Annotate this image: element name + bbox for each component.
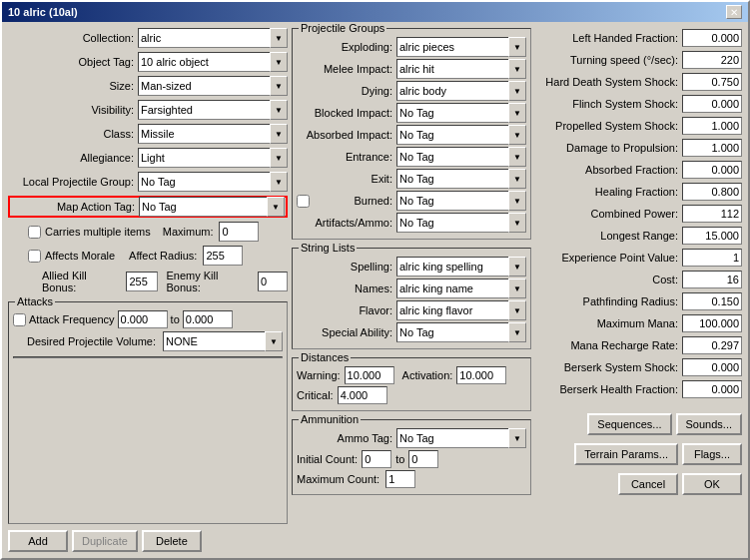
string-rows: Spelling: alric king spelling ▼ Names: bbox=[297, 257, 526, 342]
cancel-button[interactable]: Cancel bbox=[618, 473, 678, 495]
pathfinding-input[interactable] bbox=[682, 292, 742, 310]
delete-button[interactable]: Delete bbox=[142, 530, 202, 552]
healing-input[interactable] bbox=[682, 183, 742, 201]
attack-freq-from[interactable] bbox=[118, 310, 168, 328]
cost-input[interactable] bbox=[682, 271, 742, 288]
hard-death-input[interactable] bbox=[682, 73, 742, 91]
local-proj-select[interactable]: No Tag bbox=[138, 172, 288, 192]
allegiance-select[interactable]: Light bbox=[138, 148, 288, 168]
initial-count-label: Initial Count: bbox=[297, 453, 358, 465]
ok-button[interactable]: OK bbox=[682, 473, 742, 495]
dying-select-wrapper: alric body ▼ bbox=[396, 81, 526, 101]
object-tag-select-wrapper: 10 alric object ▼ bbox=[138, 52, 288, 72]
bottom-buttons: Add Duplicate Delete bbox=[8, 530, 288, 552]
names-select[interactable]: alric king name bbox=[396, 279, 526, 298]
spelling-label: Spelling: bbox=[297, 261, 396, 273]
flags-button[interactable]: Flags... bbox=[682, 443, 742, 465]
exploding-label: Exploding: bbox=[297, 41, 396, 53]
names-row: Names: alric king name ▼ bbox=[297, 279, 526, 298]
activation-input[interactable] bbox=[456, 366, 506, 384]
blocked-row: Blocked Impact: No Tag ▼ bbox=[297, 103, 526, 123]
visibility-row: Visibility: Farsighted ▼ bbox=[8, 100, 288, 120]
absorbed-right-label: Absorbed Fraction: bbox=[585, 164, 682, 176]
hard-death-row: Hard Death System Shock: bbox=[535, 72, 742, 92]
distances-rows: Warning: Activation: Critical: bbox=[297, 366, 526, 404]
collection-select-wrapper: alric ▼ bbox=[138, 28, 288, 48]
size-select-wrapper: Man-sized ▼ bbox=[138, 76, 288, 96]
close-button[interactable]: ✕ bbox=[726, 5, 742, 19]
absorbed-row: Absorbed Impact: No Tag ▼ bbox=[297, 125, 526, 145]
affect-radius-label: Affect Radius: bbox=[129, 250, 197, 262]
sequences-sounds-buttons: Sequences... Sounds... bbox=[535, 413, 742, 435]
desired-proj-select[interactable]: NONE bbox=[163, 331, 283, 351]
exploding-select[interactable]: alric pieces bbox=[396, 37, 526, 57]
left-column: Collection: alric ▼ Object Tag: 10 alric… bbox=[8, 28, 288, 552]
size-select[interactable]: Man-sized bbox=[138, 76, 288, 96]
warning-input[interactable] bbox=[345, 366, 394, 384]
ammo-tag-select[interactable]: No Tag bbox=[396, 428, 526, 448]
carries-checkbox[interactable] bbox=[28, 226, 41, 239]
combined-input[interactable] bbox=[682, 205, 742, 223]
initial-count-from[interactable] bbox=[362, 450, 391, 468]
maximum-input[interactable] bbox=[219, 222, 259, 242]
desired-proj-label: Desired Projectile Volume: bbox=[27, 335, 156, 347]
string-group: String Lists Spelling: alric king spelli… bbox=[292, 248, 531, 349]
max-mana-input[interactable] bbox=[682, 314, 742, 332]
damage-prop-row: Damage to Propulsion: bbox=[535, 138, 742, 158]
allegiance-label: Allegiance: bbox=[8, 152, 138, 164]
max-count-input[interactable] bbox=[385, 470, 415, 488]
absorbed-right-input[interactable] bbox=[682, 161, 742, 179]
enemy-kill-input[interactable] bbox=[258, 272, 288, 291]
sequences-button[interactable]: Sequences... bbox=[587, 413, 671, 435]
affect-radius-input[interactable] bbox=[203, 246, 243, 266]
spelling-select[interactable]: alric king spelling bbox=[396, 257, 526, 277]
sounds-button[interactable]: Sounds... bbox=[676, 413, 742, 435]
damage-prop-label: Damage to Propulsion: bbox=[566, 142, 682, 154]
attack-freq-checkbox[interactable] bbox=[13, 313, 26, 326]
right-action-buttons: Sequences... Sounds... Terrain Params...… bbox=[535, 409, 742, 495]
collection-select[interactable]: alric bbox=[138, 28, 288, 48]
object-tag-select[interactable]: 10 alric object bbox=[138, 52, 288, 72]
damage-prop-input[interactable] bbox=[682, 139, 742, 157]
propelled-input[interactable] bbox=[682, 117, 742, 135]
class-select[interactable]: Missile bbox=[138, 124, 288, 144]
burned-checkbox[interactable] bbox=[297, 195, 310, 208]
max-mana-row: Maximum Mana: bbox=[535, 313, 742, 333]
flavor-select[interactable]: alric king flavor bbox=[396, 300, 526, 320]
exit-select[interactable]: No Tag bbox=[396, 169, 526, 189]
artifacts-select[interactable]: No Tag bbox=[396, 213, 526, 233]
allied-kill-input[interactable] bbox=[126, 272, 158, 291]
absorbed-proj-label: Absorbed Impact: bbox=[297, 129, 396, 141]
longest-input[interactable] bbox=[682, 227, 742, 245]
initial-count-to[interactable] bbox=[408, 450, 438, 468]
flinch-input[interactable] bbox=[682, 95, 742, 113]
melee-select[interactable]: alric hit bbox=[396, 59, 526, 79]
exp-input[interactable] bbox=[682, 249, 742, 267]
affects-checkbox[interactable] bbox=[28, 250, 41, 263]
burned-select[interactable]: No Tag bbox=[396, 191, 526, 211]
map-action-select[interactable]: No Tag bbox=[139, 197, 285, 217]
absorbed-select[interactable]: No Tag bbox=[396, 125, 526, 145]
blocked-select[interactable]: No Tag bbox=[396, 103, 526, 123]
terrain-button[interactable]: Terrain Params... bbox=[574, 443, 678, 465]
dying-select[interactable]: alric body bbox=[396, 81, 526, 101]
mana-recharge-input[interactable] bbox=[682, 336, 742, 354]
attacks-group: Attacks Attack Frequency to Desired Proj… bbox=[8, 301, 288, 524]
desired-proj-select-wrapper: NONE ▼ bbox=[163, 331, 283, 351]
attack-freq-to[interactable] bbox=[183, 310, 233, 328]
special-select[interactable]: No Tag bbox=[396, 322, 526, 342]
entrance-select[interactable]: No Tag bbox=[396, 147, 526, 167]
turning-input[interactable] bbox=[682, 51, 742, 69]
special-label: Special Ability: bbox=[297, 326, 396, 338]
exit-label: Exit: bbox=[297, 173, 396, 185]
visibility-select[interactable]: Farsighted bbox=[138, 100, 288, 120]
critical-input[interactable] bbox=[338, 386, 387, 404]
map-action-row: Map Action Tag: No Tag ▼ bbox=[8, 196, 288, 218]
berserk-shock-input[interactable] bbox=[682, 358, 742, 376]
add-button[interactable]: Add bbox=[8, 530, 68, 552]
berserk-health-input[interactable] bbox=[682, 380, 742, 398]
middle-column: Projectile Groups Exploding: alric piece… bbox=[292, 28, 531, 552]
visibility-label: Visibility: bbox=[8, 104, 138, 116]
left-handed-input[interactable] bbox=[682, 29, 742, 47]
duplicate-button[interactable]: Duplicate bbox=[72, 530, 138, 552]
